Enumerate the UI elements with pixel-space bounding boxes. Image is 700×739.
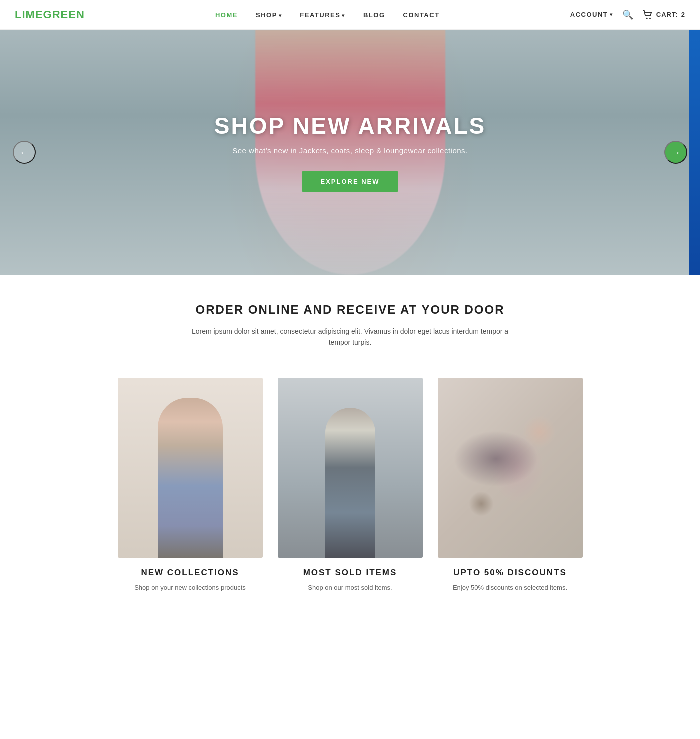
card-new-collections: NEW COLLECTIONS Shop on your new collect… (118, 378, 263, 593)
card-desc-3: Enjoy 50% discounts on selected items. (438, 583, 583, 593)
arrow-right-icon: → (671, 147, 681, 158)
card-desc-2: Shop on our most sold items. (278, 583, 423, 593)
info-section: ORDER ONLINE AND RECEIVE AT YOUR DOOR Lo… (0, 275, 700, 368)
nav-link-contact[interactable]: CONTACT (403, 11, 440, 19)
brand-name-lime: LIME (15, 8, 43, 21)
nav-item-shop[interactable]: SHOP▾ (256, 10, 282, 19)
svg-point-1 (649, 17, 651, 19)
cart-count: 2 (681, 11, 685, 18)
chevron-down-icon: ▾ (279, 13, 282, 18)
card-most-sold: MOST SOLD ITEMS Shop on our most sold it… (278, 378, 423, 593)
nav-link-shop[interactable]: SHOP▾ (256, 11, 282, 19)
hero-title: SHOP NEW ARRIVALS (214, 112, 486, 139)
navbar: LIMEGREEN HOME SHOP▾ FEATURES▾ BLOG CONT… (0, 0, 700, 30)
info-heading: ORDER ONLINE AND RECEIVE AT YOUR DOOR (15, 303, 685, 317)
nav-link-features[interactable]: FEATURES▾ (300, 11, 345, 19)
card-title-2: MOST SOLD ITEMS (278, 568, 423, 578)
card-image-1 (118, 378, 263, 558)
card3-overlay (438, 378, 583, 558)
nav-links: HOME SHOP▾ FEATURES▾ BLOG CONTACT (215, 10, 440, 19)
cart-label: CART: (656, 11, 678, 18)
card-discounts: UPTO 50% DISCOUNTS Enjoy 50% discounts o… (438, 378, 583, 593)
cart-button[interactable]: CART: 2 (642, 10, 685, 19)
card2-figure (325, 408, 375, 558)
nav-item-home[interactable]: HOME (215, 10, 238, 19)
cart-icon (642, 10, 653, 19)
hero-subtitle: See what's new in Jackets, coats, sleep … (214, 146, 486, 155)
card-image-3 (438, 378, 583, 558)
card1-figure (158, 398, 223, 558)
hero-next-button[interactable]: → (664, 141, 687, 164)
arrow-left-icon: ← (19, 147, 29, 158)
nav-link-blog[interactable]: BLOG (363, 11, 385, 19)
nav-link-home[interactable]: HOME (215, 11, 238, 19)
cards-section: NEW COLLECTIONS Shop on your new collect… (0, 368, 700, 623)
hero-content: SHOP NEW ARRIVALS See what's new in Jack… (214, 112, 486, 192)
svg-point-0 (646, 17, 648, 19)
hero-section: ← SHOP NEW ARRIVALS See what's new in Ja… (0, 30, 700, 275)
card-title-3: UPTO 50% DISCOUNTS (438, 568, 583, 578)
hero-cta-button[interactable]: EXPLORE NEW (302, 171, 397, 192)
brand-name-reen: REEN (52, 8, 85, 21)
navbar-right: ACCOUNT ▾ 🔍 CART: 2 (570, 9, 685, 20)
nav-item-contact[interactable]: CONTACT (403, 10, 440, 19)
chevron-down-icon: ▾ (342, 13, 345, 18)
hero-right-accent (689, 30, 700, 275)
account-label: ACCOUNT (570, 11, 608, 18)
account-menu[interactable]: ACCOUNT ▾ (570, 11, 613, 18)
search-icon[interactable]: 🔍 (622, 9, 633, 20)
card-title-1: NEW COLLECTIONS (118, 568, 263, 578)
brand-name-g: G (43, 8, 52, 21)
nav-item-features[interactable]: FEATURES▾ (300, 10, 345, 19)
nav-item-blog[interactable]: BLOG (363, 10, 385, 19)
card-image-2 (278, 378, 423, 558)
info-body: Lorem ipsum dolor sit amet, consectetur … (188, 326, 513, 348)
card-desc-1: Shop on your new collections products (118, 583, 263, 593)
brand-logo[interactable]: LIMEGREEN (15, 8, 85, 21)
hero-prev-button[interactable]: ← (13, 141, 36, 164)
chevron-down-icon: ▾ (610, 12, 613, 17)
